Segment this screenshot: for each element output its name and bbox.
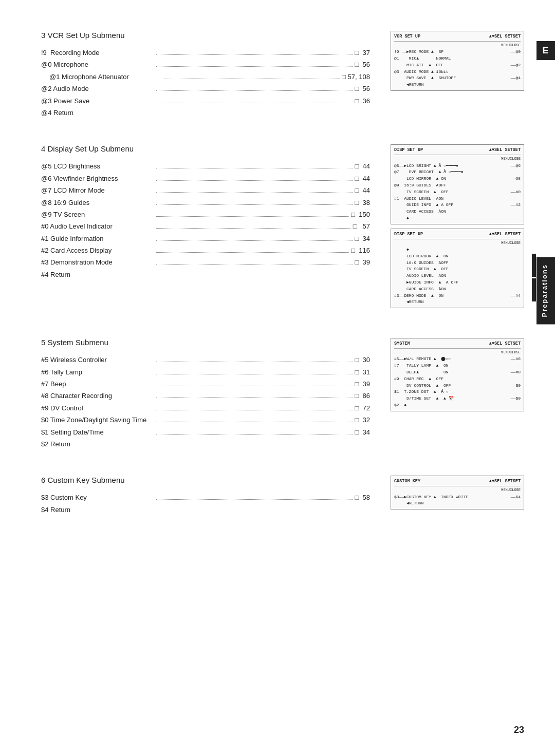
- diag-cell: DV CONTROL ▲ OFF: [394, 383, 451, 389]
- diag-cell: #9 CHAR REC ▲ OFF: [394, 376, 443, 383]
- list-item: !9 Recording Mode □ 37: [41, 47, 370, 59]
- diag-row: LCD MIRROR ▲ ON ——@8: [394, 176, 521, 182]
- item-label: $1 Setting Date/Time: [41, 426, 154, 438]
- diag-row: $1 T.ZONE DST ▲ Ȧ ○: [394, 389, 521, 395]
- section-vcr-left: 3 VCR Set Up Submenu !9 Recording Mode □…: [41, 31, 370, 119]
- display-diagram-2: DISP SET UP ▲▼SEL SETSET MENUCLOSE ◆ LCD…: [391, 229, 524, 308]
- list-item: #7 Beep □ 39: [41, 378, 370, 390]
- diag-row: @9 16:9 GUIDES AOFF: [394, 182, 521, 189]
- diag-subtitle: MENUCLOSE: [394, 156, 521, 162]
- diag-callout: ——@8: [511, 176, 521, 182]
- dots: [156, 240, 353, 241]
- diag-title: VCR SET UP ▲▼SEL SETSET: [394, 33, 521, 42]
- diag-cell: CARD ACCESS ÀON: [394, 286, 446, 293]
- dots: [156, 362, 353, 362]
- diag-cell: LCD MIRROR ▲ ON: [394, 176, 446, 182]
- diag-cell: ◆: [394, 247, 409, 253]
- diag-title: SYSTEM ▲▼SEL SETSET: [394, 341, 521, 349]
- item-label: #8 Character Recording: [41, 390, 154, 402]
- item-label: @7 LCD Mirror Mode: [41, 184, 154, 196]
- diag-row: $2 ◆: [394, 402, 521, 409]
- diag-row: DV CONTROL ▲ OFF ——$0: [394, 383, 521, 389]
- diag-row: 16:9 GUIDES ÀOFF: [394, 260, 521, 267]
- diag-controls: ▲▼SEL SETSET: [489, 341, 521, 347]
- display-title: 4 Display Set Up Submenu: [41, 144, 370, 153]
- page-ref: □ 30: [355, 354, 370, 366]
- diag-cell: MIC ATT ▲ OFF: [394, 62, 443, 69]
- diag-cell: ◆: [394, 215, 409, 222]
- diag-row: LCD MIRROR ▲ ON: [394, 253, 521, 260]
- item-label: @6 Viewfinder Brightness: [41, 173, 154, 184]
- dots: [156, 90, 353, 91]
- diag-controls: ▲▼SEL SETSET: [489, 231, 521, 238]
- diag-cell: #5——▶W/L REMOTE ▲ ⬤○○: [394, 356, 451, 363]
- list-item: @8 16:9 Guides □ 38: [41, 197, 370, 209]
- diag-callout: ——@4: [511, 75, 521, 82]
- page-ref: □ 57: [353, 220, 370, 232]
- list-item-return: $2 Return: [41, 438, 370, 450]
- dots: [156, 422, 353, 422]
- page-ref: □ 44: [355, 173, 370, 184]
- page-ref: □ 32: [355, 414, 370, 426]
- list-item: $1 Setting Date/Time □ 34: [41, 426, 370, 438]
- page-ref: □ 44: [355, 160, 370, 172]
- diag-cell: PWR SAVE ▲ SHUTOFF: [394, 75, 456, 82]
- page-ref: □ 44: [355, 184, 370, 196]
- page-container: 3 VCR Set Up Submenu !9 Recording Mode □…: [0, 0, 555, 756]
- page-ref: □ 36: [355, 95, 370, 107]
- list-item: #0 Audio Level Indicator □ 57: [41, 220, 370, 232]
- item-label: #7 Beep: [41, 378, 154, 390]
- diag-cell: CARD ACCESS ÀON: [394, 209, 446, 215]
- diag-callout: ——@2: [511, 62, 521, 69]
- item-label: #6 Tally Lamp: [41, 366, 154, 378]
- dots: [156, 398, 353, 398]
- diag-row: TV SCREEN ▲ OFF ——#0: [394, 189, 521, 196]
- diag-callout: ——@6: [511, 163, 521, 169]
- section-display-right: DISP SET UP ▲▼SEL SETSET MENUCLOSE @5——▶…: [391, 144, 524, 312]
- list-item: @6 Viewfinder Brightness □ 44: [41, 173, 370, 184]
- diag-row: GUIDE INFO ▲ A OFF ——#2: [394, 202, 521, 209]
- list-item-return: @4 Return: [41, 107, 370, 119]
- item-label: @5 LCD Brightness: [41, 160, 154, 172]
- dots: [156, 204, 353, 205]
- item-label: $3 Custom Key: [41, 492, 154, 503]
- dots: [156, 228, 351, 229]
- diag-title: DISP SET UP ▲▼SEL SETSET: [394, 231, 521, 239]
- page-ref: □ 37: [355, 47, 370, 59]
- diag-callout: ——#0: [511, 189, 521, 196]
- dots: [156, 264, 353, 264]
- diag-cell: ▶GUIDE INFO ▲ A OFF: [394, 279, 458, 286]
- item-label: @2 Audio Mode: [41, 83, 154, 94]
- diag-row: ◀RETURN: [394, 82, 521, 88]
- list-item: $0 Time Zone/Daylight Saving Time □ 32: [41, 414, 370, 426]
- diag-row: #5——▶W/L REMOTE ▲ ⬤○○ ——#6: [394, 356, 521, 363]
- section-display-set-up: 4 Display Set Up Submenu @5 LCD Brightne…: [41, 144, 524, 312]
- diag-callout: ——$4: [511, 494, 521, 501]
- section-display-left: 4 Display Set Up Submenu @5 LCD Brightne…: [41, 144, 370, 312]
- page-ref: □ 116: [351, 244, 370, 256]
- list-item: #8 Character Recording □ 86: [41, 390, 370, 402]
- diag-callout: ——#2: [511, 202, 521, 209]
- diag-row: CARD ACCESS ÀON: [394, 286, 521, 293]
- item-label: #3 Demonstration Mode: [41, 256, 154, 268]
- item-label: #1 Guide Information: [41, 233, 154, 244]
- system-diagram: SYSTEM ▲▼SEL SETSET MENUCLOSE #5——▶W/L R…: [391, 338, 524, 411]
- item-label: #0 Audio Level Indicator: [41, 220, 154, 232]
- custom-title: 6 Custom Key Submenu: [41, 476, 370, 484]
- list-item: $3 Custom Key □ 58: [41, 492, 370, 503]
- item-label: @8 16:9 Guides: [41, 197, 154, 209]
- diag-row: TV SCREEN ▲ OFF: [394, 266, 521, 273]
- dots: [156, 434, 353, 434]
- item-label: @9 TV Screen: [41, 209, 154, 220]
- dots: [156, 252, 349, 253]
- diag-row: ◆: [394, 247, 521, 253]
- vcr-title: 3 VCR Set Up Submenu: [41, 31, 370, 40]
- diag-row: D/TIME SET ▲ ▲ 📅 ——$0: [394, 395, 521, 402]
- dots: [156, 499, 353, 500]
- section-custom-key: 6 Custom Key Submenu $3 Custom Key □ 58 …: [41, 476, 524, 516]
- diag-callout: ——#4: [511, 293, 521, 299]
- diag-row: MIC ATT ▲ OFF ——@2: [394, 62, 521, 69]
- diag-subtitle: MENUCLOSE: [394, 350, 521, 355]
- page-ref: □ 34: [355, 426, 370, 438]
- diag-cell: ◀RETURN: [394, 299, 424, 306]
